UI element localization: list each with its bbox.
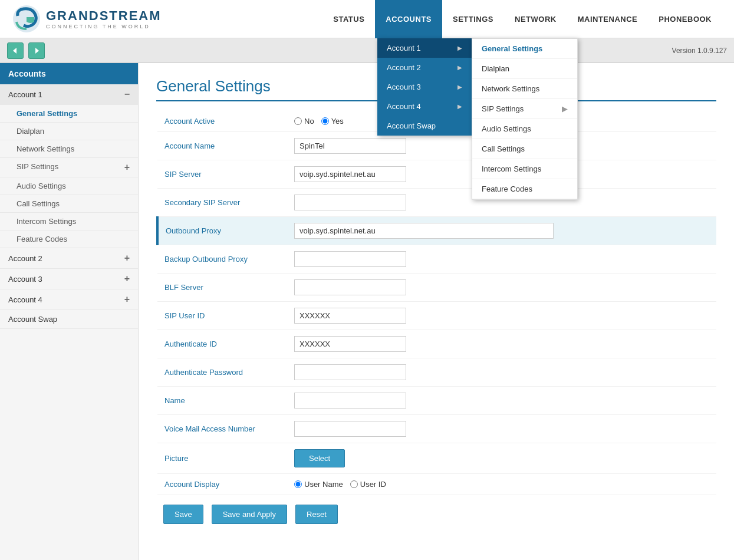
input-secondary-sip[interactable] xyxy=(294,195,406,210)
form-row-sip-user-id: SIP User ID xyxy=(157,302,716,330)
radio-username-input[interactable] xyxy=(294,480,302,488)
form-row-name: Name xyxy=(157,387,716,415)
sidebar-sub-sip-settings[interactable]: SIP Settings + xyxy=(0,158,138,177)
dropdown-account1-chevron: ▶ xyxy=(457,45,462,51)
header: GRANDSTREAM CONNECTING THE WORLD STATUS … xyxy=(0,0,734,38)
grandstream-logo-icon xyxy=(12,4,41,34)
input-auth-id[interactable] xyxy=(294,336,406,352)
submenu-network-settings[interactable]: Network Settings xyxy=(472,79,577,99)
expand-icon-sip: + xyxy=(124,162,130,173)
label-name: Name xyxy=(157,387,287,415)
radio-yes[interactable]: Yes xyxy=(321,117,344,126)
label-backup-proxy: Backup Outbound Proxy xyxy=(157,245,287,274)
toolbar-btn-back[interactable] xyxy=(7,42,24,59)
sidebar-item-account1[interactable]: Account 1 − xyxy=(0,84,138,105)
label-auth-password: Authenticate Password xyxy=(157,358,287,387)
radio-yes-input[interactable] xyxy=(321,117,329,125)
radio-yes-label: Yes xyxy=(331,117,344,126)
value-voicemail xyxy=(287,415,716,443)
sidebar-sub-call-settings[interactable]: Call Settings xyxy=(0,195,138,213)
sidebar-item-account2[interactable]: Account 2 + xyxy=(0,248,138,269)
form-row-auth-id: Authenticate ID xyxy=(157,330,716,358)
submenu-intercom-settings-label: Intercom Settings xyxy=(482,164,541,173)
select-picture-button[interactable]: Select xyxy=(294,449,345,467)
submenu-sip-settings[interactable]: SIP Settings ▶ xyxy=(472,99,577,119)
dropdown-account4[interactable]: Account 4 ▶ xyxy=(377,97,472,116)
dropdown-account-swap[interactable]: Account Swap xyxy=(377,116,472,136)
dropdown-account3[interactable]: Account 3 ▶ xyxy=(377,77,472,97)
collapse-icon-account1: − xyxy=(124,89,130,100)
accounts-dropdown: Account 1 ▶ Account 2 ▶ Account 3 ▶ Acco… xyxy=(377,38,472,136)
value-outbound-proxy xyxy=(287,217,716,245)
sidebar-sub-feature-codes[interactable]: Feature Codes xyxy=(0,230,138,248)
radio-username[interactable]: User Name xyxy=(294,480,343,489)
submenu-general-settings[interactable]: General Settings xyxy=(472,39,577,59)
sidebar-sub-intercom-settings[interactable]: Intercom Settings xyxy=(0,213,138,230)
input-voicemail[interactable] xyxy=(294,421,406,437)
value-blf-server xyxy=(287,274,716,302)
input-account-name[interactable] xyxy=(294,138,406,154)
forward-icon xyxy=(32,46,41,55)
dropdown-account3-label: Account 3 xyxy=(387,83,421,91)
form-row-secondary-sip: Secondary SIP Server xyxy=(157,189,716,217)
nav-phonebook[interactable]: PHONEBOOK xyxy=(648,0,722,38)
radio-no-label: No xyxy=(304,117,314,126)
radio-userid[interactable]: User ID xyxy=(350,480,386,489)
expand-icon-account4: + xyxy=(124,294,130,305)
toolbar-btn-forward[interactable] xyxy=(28,42,45,59)
input-sip-server[interactable] xyxy=(294,166,406,182)
label-picture: Picture xyxy=(157,443,287,474)
save-apply-button[interactable]: Save and Apply xyxy=(212,505,287,524)
brand-tagline: CONNECTING THE WORLD xyxy=(46,24,162,29)
submenu-feature-codes[interactable]: Feature Codes xyxy=(472,179,577,199)
form-row-blf-server: BLF Server xyxy=(157,274,716,302)
nav-accounts[interactable]: ACCOUNTS xyxy=(375,0,442,38)
submenu-general-settings-label: General Settings xyxy=(482,44,542,53)
radio-no-input[interactable] xyxy=(294,117,302,125)
form-row-picture: Picture Select xyxy=(157,443,716,474)
expand-icon-account2: + xyxy=(124,253,130,263)
label-auth-id: Authenticate ID xyxy=(157,330,287,358)
reset-button[interactable]: Reset xyxy=(295,505,338,524)
sidebar-sub-dialplan[interactable]: Dialplan xyxy=(0,123,138,140)
sidebar-item-account-swap-label: Account Swap xyxy=(8,315,57,324)
form-row-backup-proxy: Backup Outbound Proxy xyxy=(157,245,716,274)
logo-text: GRANDSTREAM CONNECTING THE WORLD xyxy=(46,8,162,29)
submenu-intercom-settings[interactable]: Intercom Settings xyxy=(472,159,577,179)
radio-no[interactable]: No xyxy=(294,117,314,126)
submenu-dialplan[interactable]: Dialplan xyxy=(472,59,577,79)
radio-userid-input[interactable] xyxy=(350,480,358,488)
form-row-voicemail: Voice Mail Access Number xyxy=(157,415,716,443)
label-account-name: Account Name xyxy=(157,132,287,160)
sidebar-sub-dialplan-label: Dialplan xyxy=(17,127,44,136)
input-blf-server[interactable] xyxy=(294,279,406,295)
input-name[interactable] xyxy=(294,393,406,409)
nav-maintenance[interactable]: MAINTENANCE xyxy=(567,0,649,38)
save-button[interactable]: Save xyxy=(163,505,203,524)
sidebar-item-account-swap[interactable]: Account Swap xyxy=(0,310,138,329)
submenu-call-settings[interactable]: Call Settings xyxy=(472,139,577,159)
sidebar-item-account4[interactable]: Account 4 + xyxy=(0,289,138,310)
sidebar-sub-network-settings-label: Network Settings xyxy=(17,144,74,153)
dropdown-account2[interactable]: Account 2 ▶ xyxy=(377,58,472,77)
nav-network[interactable]: NETWORK xyxy=(504,0,567,38)
dropdown-account4-label: Account 4 xyxy=(387,102,421,111)
input-outbound-proxy[interactable] xyxy=(294,223,554,239)
sidebar-item-account3[interactable]: Account 3 + xyxy=(0,269,138,289)
dropdown-account3-chevron: ▶ xyxy=(457,84,462,90)
value-picture: Select xyxy=(287,443,716,474)
sidebar-sub-general-settings[interactable]: General Settings xyxy=(0,105,138,123)
dropdown-account1[interactable]: Account 1 ▶ xyxy=(377,38,472,58)
input-sip-user-id[interactable] xyxy=(294,308,406,324)
nav-settings[interactable]: SETTINGS xyxy=(442,0,504,38)
dropdown-account-swap-label: Account Swap xyxy=(387,121,436,130)
sidebar-sub-audio-settings[interactable]: Audio Settings xyxy=(0,177,138,195)
value-name xyxy=(287,387,716,415)
nav-status[interactable]: STATUS xyxy=(322,0,375,38)
input-auth-password[interactable] xyxy=(294,364,406,380)
submenu-audio-settings[interactable]: Audio Settings xyxy=(472,119,577,139)
sidebar-sub-intercom-settings-label: Intercom Settings xyxy=(17,217,76,226)
sidebar-sub-network-settings[interactable]: Network Settings xyxy=(0,140,138,158)
input-backup-proxy[interactable] xyxy=(294,251,406,267)
version-label: Version 1.0.9.127 xyxy=(672,47,727,55)
